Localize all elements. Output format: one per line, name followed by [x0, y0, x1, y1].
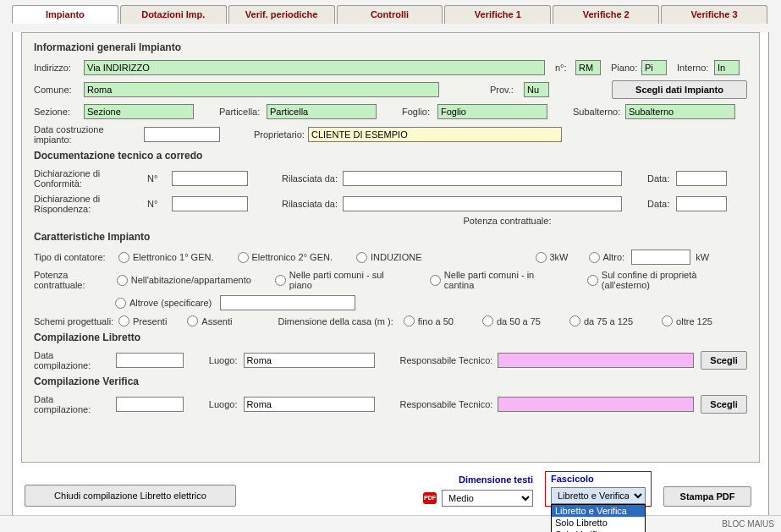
- lbl-interno: Interno:: [677, 63, 711, 73]
- opt-solo-libretto[interactable]: Solo Libretto: [552, 517, 645, 529]
- main-panel: Informazioni generali Impianto Indirizzo…: [12, 32, 769, 518]
- status-blocmaius: BLOC MAIUS: [722, 519, 774, 529]
- input-foglio[interactable]: [437, 104, 547, 119]
- lbl-data-costruzione: Data costruzione impianto:: [34, 124, 140, 145]
- tab-verifiche1[interactable]: Verifiche 1: [444, 5, 551, 24]
- status-bar: BLOC MAIUS: [0, 515, 781, 532]
- lbl-risp-data: Data:: [647, 199, 673, 209]
- input-interno[interactable]: [714, 60, 740, 75]
- lbl-conf-n: N°: [147, 173, 168, 184]
- input-piano[interactable]: [641, 60, 667, 75]
- input-sezione[interactable]: [84, 104, 194, 119]
- tab-verifiche3[interactable]: Verifiche 3: [661, 5, 767, 24]
- lbl-n: n°:: [555, 63, 572, 73]
- tabs-bar: Impianto Dotazioni Imp. Verif. periodich…: [12, 5, 769, 24]
- input-altrove[interactable]: [220, 295, 355, 310]
- radio-oltre125[interactable]: oltre 125: [662, 315, 712, 326]
- lbl-dich-conf: Dichiarazione di Conformità:: [34, 168, 144, 189]
- section-info: Informazioni generali Impianto: [34, 41, 747, 53]
- btn-scegli-impianto[interactable]: Scegli dati Impianto: [612, 80, 747, 99]
- radio-parti-piano[interactable]: Nelle parti comuni - sul piano: [275, 270, 406, 290]
- lbl-dim-casa: Dimensione della casa (m ):: [278, 316, 393, 326]
- input-ver-data[interactable]: [116, 397, 184, 412]
- radio-assenti[interactable]: Assenti: [187, 315, 232, 326]
- opt-solo-verifica[interactable]: Solo Verifica: [552, 529, 645, 532]
- pdf-icon: PDF: [423, 492, 437, 504]
- btn-chiudi[interactable]: Chiudi compilazione Libretto elettrico: [25, 485, 236, 507]
- opt-libretto-verifica[interactable]: Libretto e Verifica: [552, 505, 645, 517]
- lbl-ver-data: Data compilazione:: [34, 394, 113, 414]
- btn-stampa-pdf[interactable]: Stampa PDF: [663, 486, 751, 507]
- lbl-particella: Particella:: [219, 107, 263, 117]
- lbl-potenza-contr: Potenza contrattuale:: [34, 270, 113, 290]
- lbl-prov: Prov.:: [490, 85, 520, 95]
- btn-ver-scegli[interactable]: Scegli: [701, 395, 747, 414]
- input-risp-data[interactable]: [676, 196, 727, 211]
- tab-impianto[interactable]: Impianto: [12, 5, 118, 24]
- lbl-indirizzo: Indirizzo:: [34, 63, 80, 73]
- radio-presenti[interactable]: Presenti: [118, 315, 167, 326]
- lbl-sezione: Sezione:: [34, 107, 80, 117]
- input-proprietario[interactable]: [308, 127, 562, 142]
- input-ver-luogo[interactable]: [244, 397, 375, 412]
- tab-verifiche2[interactable]: Verifiche 2: [553, 5, 659, 24]
- input-n[interactable]: [575, 60, 601, 75]
- radio-3kw[interactable]: 3kW: [536, 252, 569, 263]
- inner-form: Informazioni generali Impianto Indirizzo…: [21, 32, 760, 463]
- tab-dotazioni[interactable]: Dotazioni Imp.: [120, 5, 227, 24]
- btn-lib-scegli[interactable]: Scegli: [701, 351, 747, 370]
- section-clib: Compilazione Libretto: [34, 332, 747, 343]
- radio-altrove[interactable]: Altrove (specificare): [115, 298, 212, 309]
- lbl-subalterno: Subalterno:: [573, 107, 622, 117]
- radio-elett1[interactable]: Elettronico 1° GEN.: [118, 252, 214, 263]
- tab-verif-periodiche[interactable]: Verif. periodiche: [228, 5, 335, 24]
- lbl-dich-risp: Dichiarazione di Rispondenza:: [34, 194, 144, 214]
- input-conf-data[interactable]: [676, 171, 727, 186]
- radio-fino50[interactable]: fino a 50: [404, 315, 454, 326]
- lbl-lib-resp: Responsabile Tecnico:: [400, 355, 494, 365]
- radio-50-75[interactable]: da 50 a 75: [482, 315, 541, 326]
- input-conf-n[interactable]: [172, 171, 248, 186]
- lbl-conf-data: Data:: [647, 173, 673, 184]
- input-lib-luogo[interactable]: [244, 353, 375, 368]
- lbl-kw: kW: [696, 252, 709, 262]
- radio-abitazione[interactable]: Nell'abitazione/appartamento: [117, 275, 251, 286]
- lbl-tipo-contatore: Tipo di contatore:: [34, 252, 115, 262]
- lbl-risp-ril: Rilasciata da:: [282, 199, 339, 209]
- select-dim-testi[interactable]: Medio: [442, 490, 533, 507]
- fascicolo-box: Fascicolo Libretto e Verifica Libretto e…: [545, 471, 652, 507]
- input-lib-data[interactable]: [116, 353, 184, 368]
- section-car: Caratteristiche Impianto: [34, 231, 747, 243]
- lbl-comune: Comune:: [34, 85, 80, 95]
- lbl-risp-n: N°: [147, 199, 168, 209]
- input-risp-n[interactable]: [172, 196, 248, 211]
- input-comune[interactable]: [84, 82, 439, 97]
- radio-75-125[interactable]: da 75 a 125: [569, 315, 633, 326]
- input-lib-resp[interactable]: [498, 353, 694, 368]
- select-fascicolo[interactable]: Libretto e Verifica: [551, 487, 646, 504]
- radio-elett2[interactable]: Elettronico 2° GEN.: [238, 252, 333, 263]
- dropdown-fascicolo: Libretto e Verifica Solo Libretto Solo V…: [551, 504, 646, 532]
- lbl-foglio: Foglio:: [402, 107, 434, 117]
- input-prov[interactable]: [524, 82, 549, 97]
- input-data-costruzione[interactable]: [144, 127, 220, 142]
- lbl-ver-resp: Responsabile Tecnico:: [400, 399, 494, 409]
- input-conf-ril[interactable]: [343, 171, 622, 186]
- input-subalterno[interactable]: [625, 104, 735, 119]
- input-indirizzo[interactable]: [84, 60, 545, 75]
- radio-induzione[interactable]: INDUZIONE: [356, 252, 422, 263]
- lbl-ver-luogo: Luogo:: [209, 399, 240, 409]
- radio-confine[interactable]: Sul confine di proprietà (all'esterno): [587, 270, 744, 290]
- lbl-proprietario: Proprietario:: [254, 129, 305, 140]
- radio-altro[interactable]: Altro:: [589, 252, 625, 263]
- lbl-conf-ril: Rilasciata da:: [282, 173, 339, 184]
- input-particella[interactable]: [267, 104, 377, 119]
- input-risp-ril[interactable]: [343, 196, 622, 211]
- input-ver-resp[interactable]: [498, 397, 694, 412]
- section-cver: Compilazione Verifica: [34, 376, 747, 387]
- input-altro-kw[interactable]: [631, 250, 690, 265]
- tab-controlli[interactable]: Controlli: [337, 5, 443, 24]
- lbl-lib-data: Data compilazione:: [34, 350, 113, 370]
- lbl-lib-luogo: Luogo:: [209, 355, 240, 365]
- radio-parti-cantina[interactable]: Nelle parti comuni - in cantina: [430, 270, 564, 290]
